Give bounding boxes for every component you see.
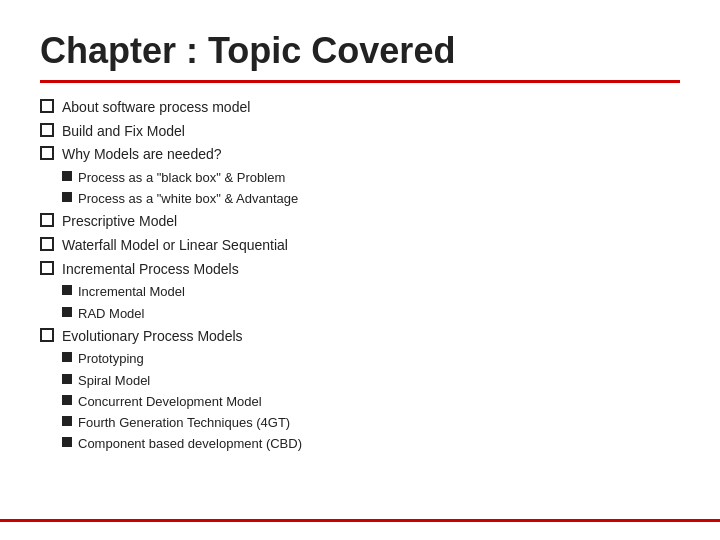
list-item: Why Models are needed? xyxy=(40,144,680,166)
list-item: Process as a "black box" & Problem xyxy=(62,168,680,188)
sublist: Process as a "black box" & Problem Proce… xyxy=(62,168,680,209)
list-item: Prescriptive Model xyxy=(40,211,680,233)
sublist: Incremental Model RAD Model xyxy=(62,282,680,323)
list-item: Build and Fix Model xyxy=(40,121,680,143)
bullet-icon xyxy=(40,99,54,113)
list-item: Evolutionary Process Models xyxy=(40,326,680,348)
sub-bullet-icon xyxy=(62,171,72,181)
content-area: About software process model Build and F… xyxy=(40,97,680,454)
subitem-text: Prototyping xyxy=(78,349,144,369)
sub-bullet-icon xyxy=(62,192,72,202)
sublist: Prototyping Spiral Model Concurrent Deve… xyxy=(62,349,680,454)
item-text: About software process model xyxy=(62,97,250,119)
list-item: Waterfall Model or Linear Sequential xyxy=(40,235,680,257)
list-item: Prototyping xyxy=(62,349,680,369)
bottom-line xyxy=(0,519,720,522)
bullet-icon xyxy=(40,213,54,227)
sub-bullet-icon xyxy=(62,416,72,426)
sub-bullet-icon xyxy=(62,285,72,295)
subitem-text: Process as a "black box" & Problem xyxy=(78,168,285,188)
sub-bullet-icon xyxy=(62,307,72,317)
list-item: About software process model xyxy=(40,97,680,119)
sub-bullet-icon xyxy=(62,352,72,362)
slide: Chapter : Topic Covered About software p… xyxy=(0,0,720,540)
item-text: Evolutionary Process Models xyxy=(62,326,243,348)
list-item: Incremental Model xyxy=(62,282,680,302)
subitem-text: Incremental Model xyxy=(78,282,185,302)
list-item: Spiral Model xyxy=(62,371,680,391)
sub-bullet-icon xyxy=(62,437,72,447)
bullet-icon xyxy=(40,261,54,275)
list-item: Incremental Process Models xyxy=(40,259,680,281)
subitem-text: Process as a "white box" & Advantage xyxy=(78,189,298,209)
bullet-icon xyxy=(40,237,54,251)
subitem-text: Fourth Generation Techniques (4GT) xyxy=(78,413,290,433)
sub-bullet-icon xyxy=(62,374,72,384)
item-text: Incremental Process Models xyxy=(62,259,239,281)
subitem-text: RAD Model xyxy=(78,304,144,324)
subitem-text: Spiral Model xyxy=(78,371,150,391)
list-item: Component based development (CBD) xyxy=(62,434,680,454)
bullet-icon xyxy=(40,123,54,137)
list-item: Process as a "white box" & Advantage xyxy=(62,189,680,209)
list-item: Concurrent Development Model xyxy=(62,392,680,412)
item-text: Prescriptive Model xyxy=(62,211,177,233)
item-text: Waterfall Model or Linear Sequential xyxy=(62,235,288,257)
sub-bullet-icon xyxy=(62,395,72,405)
item-text: Build and Fix Model xyxy=(62,121,185,143)
item-text: Why Models are needed? xyxy=(62,144,222,166)
list-item: Fourth Generation Techniques (4GT) xyxy=(62,413,680,433)
list-item: RAD Model xyxy=(62,304,680,324)
title-underline xyxy=(40,80,680,83)
subitem-text: Component based development (CBD) xyxy=(78,434,302,454)
subitem-text: Concurrent Development Model xyxy=(78,392,262,412)
bullet-icon xyxy=(40,328,54,342)
slide-title: Chapter : Topic Covered xyxy=(40,30,680,72)
bullet-icon xyxy=(40,146,54,160)
